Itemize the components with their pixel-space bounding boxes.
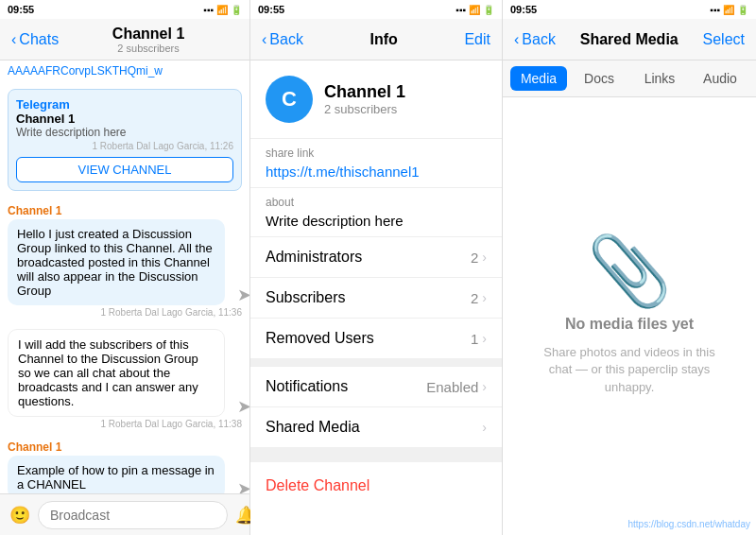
- share-link-section: share link https://t.me/thischannel1: [250, 138, 502, 187]
- wifi-icon: 📶: [216, 5, 228, 15]
- signal-icon-2: ▪▪▪: [455, 5, 466, 15]
- chevron-left-icon: ‹: [11, 31, 16, 48]
- removed-users-value: 1: [471, 331, 478, 347]
- notifications-value: Enabled: [426, 379, 478, 395]
- shared-media-select-button[interactable]: Select: [703, 31, 745, 48]
- broadcast-input[interactable]: [38, 501, 228, 529]
- info-edit-button[interactable]: Edit: [464, 31, 490, 48]
- forward-icon-1[interactable]: ➤: [237, 285, 249, 305]
- message-sender-1: Channel 1: [8, 204, 242, 217]
- removed-users-chevron-icon: [482, 331, 487, 346]
- tab-media[interactable]: Media: [510, 66, 567, 91]
- info-back-label: Back: [269, 31, 303, 48]
- subscribers-value: 2: [471, 290, 478, 306]
- status-icons-3: ▪▪▪ 📶 🔋: [710, 5, 748, 15]
- tab-links[interactable]: Links: [631, 66, 688, 91]
- status-time-3: 09:55: [510, 4, 537, 15]
- about-section: about Write description here: [250, 187, 502, 236]
- no-media-container: 📎 No media files yet Share photos and vi…: [503, 97, 756, 535]
- forward-icon-3[interactable]: ➤: [237, 478, 249, 493]
- telegram-card-meta: 1 Roberta Dal Lago Garcia, 11:26: [16, 141, 233, 151]
- shared-media-row[interactable]: Shared Media: [250, 406, 502, 447]
- info-content: C Channel 1 2 subscribers share link htt…: [250, 60, 502, 535]
- removed-users-label: Removed Users: [266, 330, 471, 347]
- share-link-label: share link: [266, 147, 487, 160]
- view-channel-button[interactable]: VIEW CHANNEL: [16, 157, 233, 182]
- chat-nav-bar: ‹ Chats Channel 1 2 subscribers: [0, 19, 249, 60]
- wifi-icon-3: 📶: [723, 5, 734, 15]
- section-divider: [250, 358, 502, 366]
- back-label: Chats: [19, 31, 59, 48]
- channel-profile-info: Channel 1 2 subscribers: [324, 82, 405, 116]
- info-chevron-left-icon: ‹: [262, 31, 266, 48]
- status-icons-2: ▪▪▪ 📶 🔋: [455, 5, 494, 15]
- wifi-icon-2: 📶: [469, 5, 480, 15]
- battery-icon-3: 🔋: [737, 5, 748, 15]
- media-tab-bar: Media Docs Links Audio: [503, 60, 756, 97]
- about-label: about: [266, 196, 487, 209]
- channel-profile: C Channel 1 2 subscribers: [250, 60, 502, 138]
- notifications-chevron-icon: [482, 379, 487, 394]
- status-bar-2: 09:55 ▪▪▪ 📶 🔋: [250, 0, 502, 19]
- administrators-row[interactable]: Administrators 2: [250, 236, 502, 277]
- delete-section: Delete Channel: [250, 455, 502, 509]
- tab-audio[interactable]: Audio: [692, 66, 748, 91]
- watermark: https://blog.csdn.net/whatday: [627, 519, 750, 529]
- shared-back-label: Back: [522, 31, 556, 48]
- notifications-label: Notifications: [266, 378, 426, 395]
- status-time-2: 09:55: [258, 4, 284, 15]
- notifications-row[interactable]: Notifications Enabled: [250, 366, 502, 406]
- message-sender-3: Channel 1: [8, 440, 242, 454]
- chat-list[interactable]: AAAAAFRCorvpLSKTHQmi_w Telegram Channel …: [0, 60, 249, 493]
- removed-users-row[interactable]: Removed Users 1: [250, 318, 502, 358]
- share-link-value[interactable]: https://t.me/thischannel1: [266, 164, 487, 180]
- status-icons-1: ▪▪▪ 📶 🔋: [203, 5, 242, 15]
- shared-media-chevron-icon: [482, 420, 487, 435]
- status-bar-3: 09:55 ▪▪▪ 📶 🔋: [503, 0, 756, 19]
- battery-icon-2: 🔋: [483, 5, 494, 15]
- shared-chevron-left-icon: ‹: [514, 31, 519, 48]
- channel-subscribers: 2 subscribers: [324, 102, 405, 116]
- section-divider-2: [250, 447, 502, 455]
- shared-media-nav-bar: ‹ Back Shared Media Select: [503, 19, 756, 60]
- telegram-channel-desc: Write description here: [16, 126, 233, 139]
- message-bubble-1: Hello I just created a Discussion Group …: [8, 219, 225, 305]
- subscribers-chevron-icon: [482, 290, 487, 305]
- message-item: I will add the subscribers of this Chann…: [0, 323, 249, 435]
- shared-media-title: Shared Media: [556, 31, 703, 48]
- administrators-chevron-icon: [482, 250, 487, 265]
- channel-avatar: C: [266, 76, 313, 123]
- message-meta-2: 1 Roberta Dal Lago Garcia, 11:38: [8, 419, 242, 429]
- about-value: Write description here: [266, 213, 487, 229]
- channel-name: Channel 1: [324, 82, 405, 102]
- signal-icon: ▪▪▪: [203, 5, 214, 15]
- back-to-chats-button[interactable]: ‹ Chats: [11, 31, 59, 48]
- paperclip-icon: 📎: [587, 236, 672, 304]
- no-media-desc: Share photos and videos in this chat — o…: [535, 344, 724, 396]
- telegram-card: Telegram Channel 1 Write description her…: [8, 89, 242, 191]
- battery-icon: 🔋: [231, 5, 242, 15]
- shared-media-label: Shared Media: [266, 419, 478, 436]
- telegram-label: Telegram: [16, 97, 233, 112]
- status-time-1: 09:55: [8, 4, 34, 15]
- message-bubble-2: I will add the subscribers of this Chann…: [8, 329, 225, 417]
- channel-header-link[interactable]: AAAAAFRCorvpLSKTHQmi_w: [0, 60, 249, 81]
- delete-channel-button[interactable]: Delete Channel: [266, 477, 369, 493]
- forward-icon-2[interactable]: ➤: [237, 396, 249, 417]
- shared-media-back-button[interactable]: ‹ Back: [514, 31, 556, 48]
- chat-nav-title: Channel 1 2 subscribers: [59, 26, 238, 54]
- status-bar-1: 09:55 ▪▪▪ 📶 🔋: [0, 0, 249, 19]
- subscribers-label: Subscribers: [266, 289, 471, 306]
- no-media-title: No media files yet: [565, 316, 694, 333]
- info-panel: 09:55 ▪▪▪ 📶 🔋 ‹ Back Info Edit C Channel…: [250, 0, 503, 535]
- info-nav-bar: ‹ Back Info Edit: [250, 19, 502, 60]
- administrators-label: Administrators: [266, 249, 471, 266]
- emoji-icon[interactable]: 🙂: [9, 505, 30, 526]
- subscribers-row[interactable]: Subscribers 2: [250, 277, 502, 318]
- tab-docs[interactable]: Docs: [571, 66, 627, 91]
- message-item: Channel 1 Hello I just created a Discuss…: [0, 198, 249, 323]
- info-back-button[interactable]: ‹ Back: [262, 31, 303, 48]
- signal-icon-3: ▪▪▪: [710, 5, 720, 15]
- info-nav-title: Info: [303, 31, 465, 48]
- message-bubble-3: Example of how to pin a message in a CHA…: [8, 456, 225, 493]
